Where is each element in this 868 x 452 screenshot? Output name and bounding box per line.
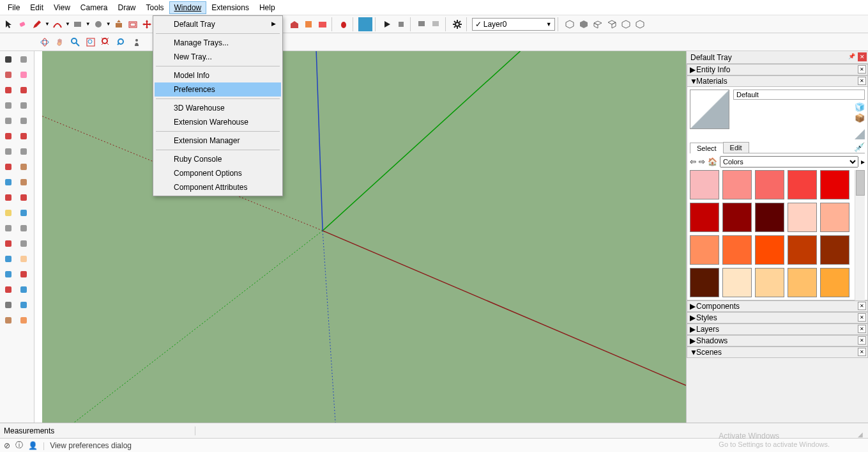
pin-icon[interactable]: 📌	[848, 53, 855, 59]
color-swatch[interactable]	[755, 235, 784, 265]
pencil-icon[interactable]	[31, 18, 43, 31]
menu-window[interactable]: Window	[169, 1, 207, 14]
front-icon[interactable]	[591, 18, 604, 31]
zoom-icon[interactable]	[1, 267, 15, 281]
rotate-icon[interactable]	[1, 175, 15, 189]
menu-item-component-options[interactable]: Component Options	[155, 166, 281, 180]
rect-icon[interactable]	[72, 18, 84, 31]
circle-icon[interactable]	[1, 114, 15, 128]
zoom-window-icon[interactable]	[17, 267, 31, 281]
forward-arrow-icon[interactable]: ⇨	[699, 157, 705, 166]
stop-icon[interactable]	[395, 18, 407, 31]
back-icon[interactable]	[620, 18, 632, 31]
play-icon[interactable]	[381, 18, 393, 31]
color-swatch[interactable]	[755, 268, 784, 297]
shadows-header[interactable]: ▶Shadows✕	[687, 335, 868, 347]
menu-file[interactable]: File	[3, 1, 25, 14]
top-icon[interactable]	[577, 18, 590, 31]
entity-info-header[interactable]: ▶Entity Info✕	[687, 64, 868, 75]
scene-add-icon[interactable]	[416, 18, 429, 31]
arc-icon[interactable]	[1, 129, 15, 143]
scene-update-icon[interactable]	[430, 18, 443, 31]
color-swatch[interactable]	[722, 235, 752, 265]
menu-help[interactable]: Help	[254, 1, 280, 14]
menu-draw[interactable]: Draw	[113, 1, 141, 14]
menu-item-new-tray-[interactable]: New Tray...	[155, 50, 281, 64]
color-swatch[interactable]	[722, 170, 752, 199]
color-swatch[interactable]	[690, 170, 719, 199]
materials-header[interactable]: ▼Materials✕	[687, 75, 868, 87]
color-swatch[interactable]	[722, 203, 752, 232]
prev-icon[interactable]	[17, 283, 31, 297]
rectangle-icon[interactable]	[1, 98, 15, 113]
freehand-icon[interactable]	[17, 83, 31, 97]
circle-icon[interactable]	[92, 18, 105, 31]
geo-icon[interactable]: ⊘	[4, 441, 10, 450]
lumion-icon[interactable]	[358, 17, 372, 31]
color-swatch[interactable]	[820, 203, 849, 232]
axes-icon[interactable]	[1, 237, 15, 251]
color-swatch[interactable]	[820, 268, 849, 297]
select-tool-icon[interactable]	[3, 18, 15, 31]
tape-icon[interactable]	[1, 206, 15, 220]
protractor-icon[interactable]	[1, 221, 15, 235]
3dtext-icon[interactable]	[17, 237, 31, 251]
extension-icon[interactable]	[316, 18, 329, 31]
3d-viewport[interactable]	[42, 51, 686, 423]
color-swatch[interactable]	[722, 268, 752, 297]
pan-icon[interactable]	[17, 252, 31, 266]
offset-icon[interactable]	[126, 18, 139, 31]
menu-camera[interactable]: Camera	[75, 1, 113, 14]
right-icon[interactable]	[605, 18, 618, 31]
select-icon[interactable]	[1, 52, 15, 66]
color-swatch[interactable]	[755, 170, 784, 199]
2pt-arc-icon[interactable]	[17, 129, 31, 143]
scale-icon[interactable]	[1, 191, 15, 205]
section-icon[interactable]	[17, 313, 31, 327]
rotated-rect-icon[interactable]	[17, 98, 31, 113]
color-swatch[interactable]	[690, 268, 719, 297]
make-component-icon[interactable]	[17, 52, 31, 66]
line-icon[interactable]	[1, 83, 15, 97]
color-swatch[interactable]	[788, 170, 817, 199]
panel-close-icon[interactable]: ✕	[858, 325, 866, 333]
position-camera-icon[interactable]	[1, 298, 15, 312]
offset-icon[interactable]	[17, 191, 31, 205]
move-icon[interactable]	[1, 160, 15, 174]
menu-item-3d-warehouse[interactable]: 3D Warehouse	[155, 101, 281, 115]
menu-view[interactable]: View	[49, 1, 75, 14]
bug-icon[interactable]	[337, 18, 350, 31]
panel-close-icon[interactable]: ✕	[858, 65, 866, 74]
pushpull-icon[interactable]	[17, 160, 31, 174]
paint-bucket-icon[interactable]	[1, 68, 15, 82]
eraser-icon[interactable]	[17, 18, 29, 31]
menu-edit[interactable]: Edit	[25, 1, 49, 14]
components-header[interactable]: ▶Components✕	[687, 300, 868, 312]
settings-icon[interactable]	[451, 18, 464, 31]
3pt-arc-icon[interactable]	[17, 144, 31, 159]
menu-item-component-attributes[interactable]: Component Attributes	[155, 180, 281, 194]
color-swatch[interactable]	[820, 170, 849, 199]
pushpull-icon[interactable]	[112, 18, 125, 31]
create-material-icon[interactable]: 🧊	[855, 102, 865, 112]
menu-item-extension-manager[interactable]: Extension Manager	[155, 134, 281, 148]
text-icon[interactable]	[17, 221, 31, 235]
menu-item-extension-warehouse[interactable]: Extension Warehouse	[155, 115, 281, 129]
menu-item-ruby-console[interactable]: Ruby Console	[155, 152, 281, 166]
eraser-icon[interactable]	[17, 68, 31, 82]
prev-view-icon[interactable]	[115, 36, 128, 49]
look-around-icon[interactable]	[17, 298, 31, 312]
orbit2-icon[interactable]	[38, 36, 51, 49]
menu-extensions[interactable]: Extensions	[206, 1, 254, 14]
color-swatch[interactable]	[690, 203, 719, 232]
polygon-icon[interactable]	[17, 114, 31, 128]
menu-item-preferences[interactable]: Preferences	[155, 82, 281, 97]
back-arrow-icon[interactable]: ⇦	[690, 157, 696, 166]
layers-header[interactable]: ▶Layers✕	[687, 323, 868, 335]
menu-item-default-tray[interactable]: Default Tray▶	[155, 17, 281, 31]
panel-close-icon[interactable]: ✕	[858, 348, 866, 356]
walk-icon[interactable]	[1, 313, 15, 327]
home-icon[interactable]: 🏠	[708, 157, 717, 166]
pan2-icon[interactable]	[54, 36, 66, 49]
color-swatch[interactable]	[788, 235, 817, 265]
